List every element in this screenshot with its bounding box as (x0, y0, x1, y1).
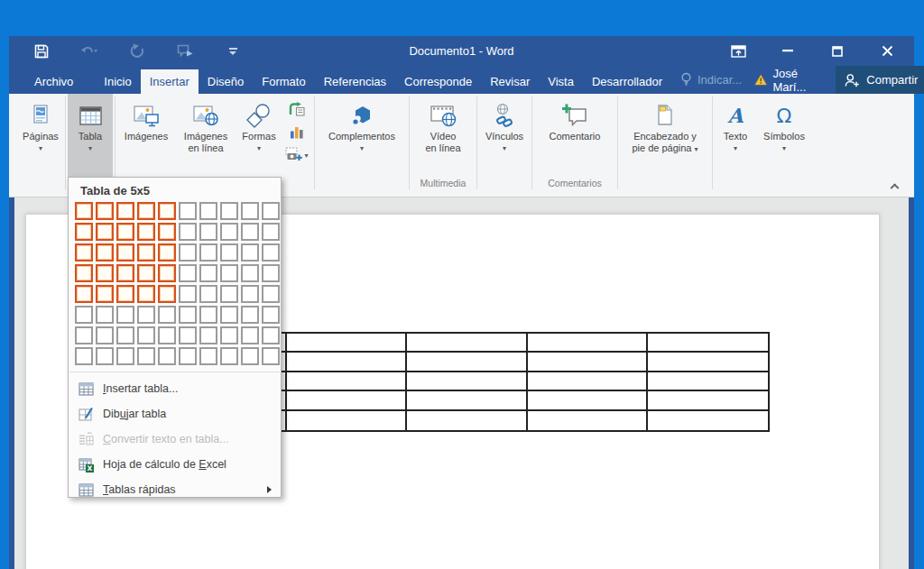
paginas-button[interactable]: Páginas ▾ (18, 94, 63, 178)
tab-insertar[interactable]: Insertar (141, 69, 199, 94)
table-cell[interactable] (287, 353, 407, 370)
grid-cell[interactable] (75, 243, 93, 262)
table-cell[interactable] (648, 391, 768, 408)
grid-cell[interactable] (179, 243, 197, 262)
grid-cell[interactable] (158, 202, 176, 220)
grid-cell[interactable] (199, 347, 217, 365)
vinculos-button[interactable]: Vínculos ▾ (479, 94, 530, 178)
table-cell[interactable] (287, 334, 407, 351)
grid-cell[interactable] (75, 223, 93, 241)
grid-cell[interactable] (137, 264, 155, 282)
tab-referencias[interactable]: Referencias (315, 69, 395, 94)
grid-cell[interactable] (137, 306, 155, 324)
screenshot-button[interactable]: ▾ (285, 147, 308, 161)
grid-cell[interactable] (75, 326, 93, 344)
grid-cell[interactable] (241, 326, 259, 344)
imagenes-en-linea-button[interactable]: Imágenes en línea (175, 94, 236, 178)
grid-cell[interactable] (241, 202, 259, 220)
grid-cell[interactable] (241, 264, 259, 282)
grid-cell[interactable] (241, 347, 259, 365)
grid-cell[interactable] (179, 223, 197, 241)
video-en-linea-button[interactable]: Vídeo en línea (411, 94, 475, 178)
tab-inicio[interactable]: Inicio (95, 69, 140, 94)
menu-item-tablas-rapidas[interactable]: Tablas rápidas (69, 477, 281, 502)
grid-cell[interactable] (220, 264, 238, 282)
grid-cell[interactable] (262, 306, 280, 324)
ink-mode-icon[interactable] (176, 42, 194, 60)
tab-corresponde[interactable]: Corresponde (395, 69, 481, 94)
grid-cell[interactable] (96, 243, 114, 262)
simbolos-button[interactable]: Ω Símbolos ▾ (756, 94, 812, 178)
grid-cell[interactable] (241, 223, 259, 241)
grid-cell[interactable] (116, 306, 134, 324)
grid-cell[interactable] (96, 306, 114, 324)
grid-cell[interactable] (220, 223, 238, 241)
grid-cell[interactable] (158, 243, 176, 262)
grid-cell[interactable] (179, 326, 197, 344)
menu-item-convertir-texto[interactable]: Convertir texto en tabla... (69, 427, 281, 452)
grid-cell[interactable] (241, 306, 259, 324)
ribbon-display-options-icon[interactable] (724, 36, 753, 66)
table-cell[interactable] (528, 391, 648, 408)
table-cell[interactable] (648, 353, 768, 370)
grid-cell[interactable] (96, 326, 114, 344)
grid-cell[interactable] (262, 243, 280, 262)
grid-cell[interactable] (96, 202, 114, 220)
grid-cell[interactable] (199, 202, 217, 220)
tab-desarrollador[interactable]: Desarrollador (583, 69, 671, 94)
grid-cell[interactable] (116, 326, 134, 344)
maximize-icon[interactable] (823, 36, 852, 66)
grid-cell[interactable] (158, 223, 176, 241)
grid-cell[interactable] (241, 285, 259, 303)
grid-cell[interactable] (116, 285, 134, 303)
grid-cell[interactable] (137, 326, 155, 344)
chart-icon[interactable] (290, 124, 304, 142)
grid-cell[interactable] (96, 347, 114, 365)
grid-cell[interactable] (116, 202, 134, 220)
tab-formato[interactable]: Formato (253, 69, 314, 94)
grid-cell[interactable] (199, 264, 217, 282)
tab-vista[interactable]: Vista (539, 69, 583, 94)
table-cell[interactable] (407, 353, 527, 370)
tab-revisar[interactable]: Revisar (481, 69, 539, 94)
grid-cell[interactable] (179, 264, 197, 282)
grid-cell[interactable] (241, 243, 259, 262)
minimize-icon[interactable] (773, 36, 802, 66)
close-icon[interactable] (873, 36, 901, 66)
grid-cell[interactable] (262, 223, 280, 241)
grid-cell[interactable] (75, 306, 93, 324)
formas-button[interactable]: Formas ▾ (236, 94, 282, 178)
user-account[interactable]: José Marí... (754, 67, 825, 94)
tab-diseno[interactable]: Diseño (199, 69, 253, 94)
grid-cell[interactable] (75, 347, 93, 365)
grid-cell[interactable] (179, 306, 197, 324)
table-cell[interactable] (287, 391, 407, 408)
table-cell[interactable] (528, 334, 648, 351)
grid-cell[interactable] (137, 243, 155, 262)
complementos-button[interactable]: Complementos ▾ (317, 94, 407, 178)
menu-item-insertar-tabla[interactable]: Insertar tabla... (69, 376, 281, 401)
smartart-icon[interactable] (289, 102, 305, 120)
grid-cell[interactable] (137, 347, 155, 365)
grid-cell[interactable] (199, 326, 217, 344)
grid-cell[interactable] (262, 202, 280, 220)
grid-cell[interactable] (75, 264, 93, 282)
grid-cell[interactable] (158, 326, 176, 344)
tell-me-box[interactable]: Indicar... (680, 72, 742, 87)
grid-cell[interactable] (199, 223, 217, 241)
grid-cell[interactable] (220, 243, 238, 262)
grid-cell[interactable] (137, 202, 155, 220)
encabezado-button[interactable]: Encabezado y pie de página ▾ (620, 94, 710, 178)
collapse-ribbon-icon[interactable] (887, 179, 901, 190)
table-cell[interactable] (407, 411, 527, 430)
grid-cell[interactable] (220, 285, 238, 303)
grid-cell[interactable] (220, 306, 238, 324)
grid-cell[interactable] (75, 202, 93, 220)
grid-cell[interactable] (96, 285, 114, 303)
grid-cell[interactable] (75, 285, 93, 303)
redo-icon[interactable] (128, 42, 146, 60)
grid-cell[interactable] (116, 223, 134, 241)
table-cell[interactable] (648, 334, 768, 351)
grid-cell[interactable] (158, 264, 176, 282)
table-cell[interactable] (648, 411, 768, 430)
